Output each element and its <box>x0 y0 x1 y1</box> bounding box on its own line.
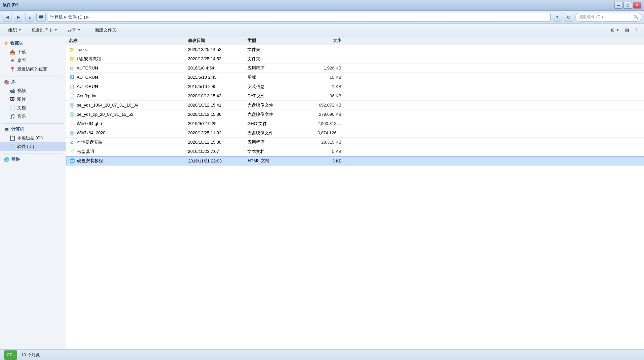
sidebar-item-drive-d[interactable]: 💿 软件 (D:) <box>0 142 66 151</box>
file-name-cell: 📋 AUTORUN <box>66 84 185 90</box>
file-icon: 💿 <box>69 130 75 136</box>
file-name: 硬盘安装教程 <box>77 158 103 164</box>
file-name-cell: 💿 pe_yqs_1064_20_07_31_16_04 <box>66 102 185 108</box>
file-type-cell: 文件夹 <box>245 56 298 62</box>
search-bar[interactable]: 搜索 软件 (D:) 🔍 <box>575 13 641 22</box>
sidebar-item-music[interactable]: 🎵 音乐 <box>0 112 66 121</box>
include-button[interactable]: 包含到库中 ▼ <box>27 25 62 35</box>
file-date-cell: 2020/10/12 15:30 <box>185 140 245 145</box>
file-date-cell: 2020/10/12 15:42 <box>185 93 245 98</box>
view-chevron-icon: ▼ <box>616 28 619 32</box>
table-row[interactable]: 💿 pe_yqs_xp_20_07_31_15_53 2020/10/12 15… <box>66 110 644 119</box>
file-type-cell: DAT 文件 <box>245 93 298 99</box>
table-row[interactable]: ⚙ AUTORUN 2016/1/8 4:54 应用程序 1,926 KB <box>66 64 644 73</box>
table-row[interactable]: 📁 U盘安装教程 2020/12/25 14:52 文件夹 <box>66 54 644 64</box>
file-name: Config.dat <box>77 93 96 98</box>
col-header-date[interactable]: 修改日期 <box>185 38 245 44</box>
drive-d-icon: 💿 <box>9 144 15 150</box>
help-button[interactable]: ? <box>633 25 640 35</box>
file-date-cell: 2019/9/7 19:25 <box>185 121 245 126</box>
pictures-icon: 🖼 <box>9 96 15 102</box>
file-icon: 📁 <box>69 47 75 53</box>
toolbar-separator <box>88 26 88 34</box>
organize-chevron-icon: ▼ <box>18 28 21 32</box>
file-icon: 🌐 <box>69 158 75 164</box>
refresh-button[interactable]: ↻ <box>564 13 573 22</box>
col-header-name[interactable]: 名称 <box>66 38 185 44</box>
breadcrumb[interactable]: 计算机 ▶ 软件 (D:) ▶ <box>48 13 551 22</box>
maximize-button[interactable]: □ <box>623 2 632 9</box>
share-chevron-icon: ▼ <box>77 28 81 32</box>
file-name-cell: ⚙ AUTORUN <box>66 65 185 71</box>
docs-icon: 📄 <box>9 105 15 111</box>
sidebar-item-recent[interactable]: 📍 最近访问的位置 <box>0 65 66 73</box>
status-text: 13 个对象 <box>21 352 40 358</box>
forward-button[interactable]: ▶ <box>14 13 23 22</box>
table-row[interactable]: 📋 AUTORUN 2015/5/10 2:45 安装信息 1 KB <box>66 82 644 91</box>
search-icon[interactable]: 🔍 <box>633 15 638 20</box>
file-icon: 📁 <box>69 56 75 62</box>
table-row[interactable]: 📄 Config.dat 2020/10/12 15:42 DAT 文件 36 … <box>66 91 644 101</box>
close-button[interactable]: ✕ <box>633 2 641 9</box>
sidebar-item-video[interactable]: 📹 视频 <box>0 86 66 95</box>
app-logo: RE - <box>4 350 17 360</box>
new-folder-button[interactable]: 新建文件夹 <box>91 25 121 35</box>
file-type-cell: 光盘映像文件 <box>245 112 298 117</box>
file-type-cell: 安装信息 <box>245 84 298 90</box>
table-row[interactable]: ⚙ 本地硬盘安装 2020/10/12 15:30 应用程序 28,315 KB <box>66 138 644 147</box>
desktop-icon: 🖥 <box>9 58 15 64</box>
file-icon: ⚙ <box>69 139 75 145</box>
table-row[interactable]: 💿 Win7x64_2020 2020/12/25 11:32 光盘映像文件 3… <box>66 128 644 138</box>
sidebar-header-favorites[interactable]: ★ 收藏夹 <box>0 39 66 48</box>
location-icon: 💻 <box>36 13 46 22</box>
table-row[interactable]: 📄 Win7x64.gho 2019/9/7 19:25 GHO 文件 2,90… <box>66 119 644 128</box>
breadcrumb-drive[interactable]: 软件 (D:) <box>68 14 85 20</box>
sidebar-header-computer[interactable]: 💻 计算机 <box>0 125 66 134</box>
file-icon: 📋 <box>69 84 75 90</box>
sidebar-drive-c-label: 本地磁盘 (C:) <box>17 135 43 141</box>
sidebar-library-label: 库 <box>11 79 16 85</box>
file-size-cell: 36 KB <box>298 93 344 98</box>
download-icon: 📥 <box>9 49 15 55</box>
sidebar-item-docs[interactable]: 📄 文档 <box>0 104 66 112</box>
sidebar-computer-label: 计算机 <box>11 126 24 132</box>
help-icon: ? <box>635 27 638 32</box>
sidebar-network-label: 网络 <box>11 157 20 162</box>
col-header-size[interactable]: 大小 <box>298 38 344 44</box>
file-size-cell: 652,072 KB <box>298 103 344 108</box>
table-row[interactable]: 🖼 AUTORUN 2015/5/10 2:45 图标 10 KB <box>66 73 644 82</box>
file-icon: 📄 <box>69 121 75 127</box>
network-icon: 🌐 <box>4 157 9 162</box>
sidebar-header-network[interactable]: 🌐 网络 <box>0 155 66 164</box>
dropdown-button[interactable]: ▼ <box>553 13 562 22</box>
sidebar-item-desktop[interactable]: 🖥 桌面 <box>0 56 66 65</box>
sidebar-item-download[interactable]: 📥 下载 <box>0 48 66 56</box>
sidebar-drive-d-label: 软件 (D:) <box>17 144 34 150</box>
col-header-type[interactable]: 类型 <box>245 38 298 44</box>
share-button[interactable]: 共享 ▼ <box>63 25 85 35</box>
table-row[interactable]: 📄 光盘说明 2016/10/23 7:07 文本文档 5 KB <box>66 147 644 156</box>
minimize-button[interactable]: ─ <box>614 2 623 9</box>
computer-icon: 💻 <box>4 127 9 132</box>
breadcrumb-computer[interactable]: 计算机 <box>50 14 63 20</box>
sidebar-docs-label: 文档 <box>17 105 26 111</box>
sidebar-pictures-label: 图片 <box>17 96 26 102</box>
preview-button[interactable]: ▤ <box>623 25 631 35</box>
file-date-cell: 2016/1/8 4:54 <box>185 66 245 70</box>
titlebar: 软件 (D:) ─ □ ✕ <box>0 0 644 11</box>
organize-button[interactable]: 组织 ▼ <box>4 25 26 35</box>
sidebar-header-library[interactable]: 📚 库 <box>0 78 66 86</box>
table-row[interactable]: 💿 pe_yqs_1064_20_07_31_16_04 2020/10/12 … <box>66 101 644 110</box>
sidebar-item-drive-c[interactable]: 💾 本地磁盘 (C:) <box>0 134 66 142</box>
table-row[interactable]: 🌐 硬盘安装教程 2016/11/21 22:03 HTML 文档 3 KB <box>66 156 644 165</box>
file-area: 名称 修改日期 类型 大小 📁 Tools 2020/12/25 14:52 文… <box>66 36 644 349</box>
file-name: U盘安装教程 <box>77 56 101 62</box>
file-name-cell: 📁 Tools <box>66 47 185 53</box>
view-button[interactable]: ⊞ ▼ <box>609 25 622 35</box>
table-row[interactable]: 📁 Tools 2020/12/25 14:52 文件夹 <box>66 45 644 54</box>
file-list-body: 📁 Tools 2020/12/25 14:52 文件夹 📁 U盘安装教程 20… <box>66 45 644 349</box>
up-button[interactable]: ▲ <box>25 13 34 22</box>
back-button[interactable]: ◀ <box>3 13 12 22</box>
sidebar-recent-label: 最近访问的位置 <box>17 66 47 72</box>
sidebar-item-pictures[interactable]: 🖼 图片 <box>0 95 66 104</box>
